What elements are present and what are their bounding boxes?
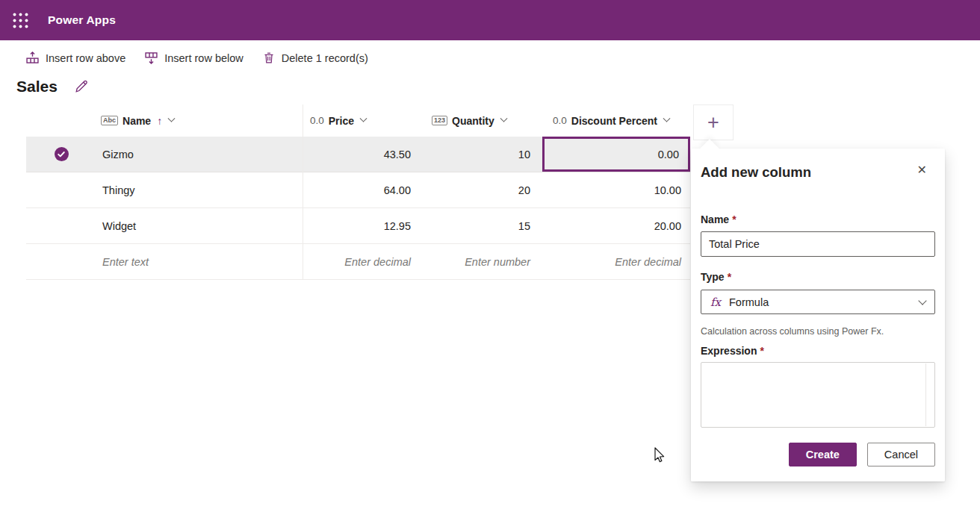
app-window: Power Apps Insert row above Insert row b…	[0, 0, 980, 518]
type-help-text: Calculation across columns using Power F…	[701, 326, 884, 337]
column-divider	[303, 104, 303, 280]
column-type-dropdown[interactable]: fx Formula	[701, 290, 935, 314]
number-type-icon: 123	[432, 116, 447, 125]
cell-quantity[interactable]: 10	[422, 137, 542, 172]
insert-row-below-label: Insert row below	[164, 52, 244, 64]
row-selector[interactable]	[26, 137, 97, 172]
chevron-down-icon	[918, 296, 926, 305]
cell-name[interactable]: Gizmo	[97, 137, 303, 172]
required-asterisk: *	[732, 213, 736, 225]
topbar: Power Apps	[0, 0, 980, 40]
delete-records-button[interactable]: Delete 1 record(s)	[263, 52, 368, 64]
column-name-input[interactable]	[701, 231, 935, 257]
add-column-flyout: Add new column ✕ Name* Type* fx Formula …	[691, 149, 945, 481]
command-bar: Insert row above Insert row below Delete…	[26, 40, 368, 75]
cell-discount-percent[interactable]: 10.00	[542, 172, 690, 207]
trash-icon	[263, 52, 275, 64]
cell-quantity[interactable]: 15	[422, 208, 542, 243]
column-header-price[interactable]: 0.0 Price	[303, 104, 422, 137]
pencil-icon[interactable]	[74, 79, 89, 94]
text-type-icon: Abc	[101, 116, 118, 125]
insert-row-below-icon	[145, 52, 158, 64]
table-row: Widget 12.95 15 20.00	[26, 208, 690, 244]
column-header-discount-percent[interactable]: 0.0 Discount Percent	[542, 104, 690, 137]
cell-price[interactable]: 64.00	[303, 172, 422, 207]
name-field-label: Name*	[701, 213, 736, 225]
table-row: Thingy 64.00 20 10.00	[26, 172, 690, 208]
table-title-row: Sales	[16, 78, 89, 96]
flyout-buttons: Create Cancel	[789, 443, 935, 466]
cell-name[interactable]: Widget	[97, 208, 303, 243]
insert-row-above-label: Insert row above	[46, 52, 125, 64]
required-asterisk: *	[728, 271, 731, 283]
plus-icon: +	[707, 113, 719, 133]
cell-quantity[interactable]: 20	[422, 172, 542, 207]
decimal-type-icon: 0.0	[310, 115, 324, 126]
row-selector[interactable]	[26, 172, 97, 207]
check-circle-icon	[54, 146, 69, 162]
close-icon[interactable]: ✕	[917, 164, 927, 176]
create-button[interactable]: Create	[789, 443, 857, 466]
insert-row-below-button[interactable]: Insert row below	[145, 52, 244, 64]
insert-row-above-icon	[26, 52, 39, 64]
column-header-name[interactable]: Abc Name ↑	[97, 104, 303, 137]
chevron-down-icon	[360, 115, 368, 122]
flyout-title: Add new column	[701, 164, 811, 181]
chevron-down-icon	[663, 115, 670, 122]
data-grid: Abc Name ↑ 0.0 Price 123 Quantity 0.0 Di…	[26, 104, 690, 280]
insert-row-above-button[interactable]: Insert row above	[26, 52, 125, 64]
new-cell-quantity[interactable]: Enter number	[422, 244, 542, 279]
required-asterisk: *	[760, 345, 763, 357]
row-selector[interactable]	[26, 208, 97, 243]
cell-name[interactable]: Thingy	[97, 172, 303, 207]
chevron-down-icon	[500, 115, 507, 122]
cancel-button[interactable]: Cancel	[867, 443, 935, 466]
new-cell-name[interactable]: Enter text	[97, 244, 303, 279]
app-title: Power Apps	[48, 13, 116, 27]
expression-textarea-frame	[701, 362, 935, 428]
add-column-button[interactable]: +	[693, 104, 734, 140]
table-row: Gizmo 43.50 10 0.00	[26, 137, 690, 172]
type-field-label: Type*	[701, 271, 731, 283]
delete-records-label: Delete 1 record(s)	[282, 52, 368, 64]
column-header-quantity[interactable]: 123 Quantity	[422, 104, 542, 137]
new-cell-price[interactable]: Enter decimal	[303, 244, 422, 279]
page-title: Sales	[16, 78, 58, 96]
select-all-spacer	[26, 104, 97, 137]
waffle-icon[interactable]	[0, 0, 40, 40]
new-cell-discount-percent[interactable]: Enter decimal	[542, 244, 690, 279]
type-selected-value: Formula	[729, 296, 919, 308]
sort-ascending-icon: ↑	[157, 115, 162, 127]
mouse-cursor-icon	[651, 446, 668, 464]
new-record-row: Enter text Enter decimal Enter number En…	[26, 244, 690, 280]
chevron-down-icon	[168, 115, 176, 122]
expression-field-label: Expression*	[701, 345, 764, 357]
expression-textarea[interactable]	[701, 363, 934, 427]
cell-discount-percent-selected[interactable]: 0.00	[542, 137, 690, 172]
decimal-type-icon: 0.0	[553, 115, 567, 126]
row-selector[interactable]	[26, 244, 97, 279]
grid-header-row: Abc Name ↑ 0.0 Price 123 Quantity 0.0 Di…	[26, 104, 690, 137]
fx-formula-icon: fx	[710, 296, 721, 309]
cell-price[interactable]: 12.95	[303, 208, 422, 243]
textarea-scrollbar[interactable]	[925, 363, 926, 426]
cell-discount-percent[interactable]: 20.00	[542, 208, 690, 243]
cell-price[interactable]: 43.50	[303, 137, 422, 172]
